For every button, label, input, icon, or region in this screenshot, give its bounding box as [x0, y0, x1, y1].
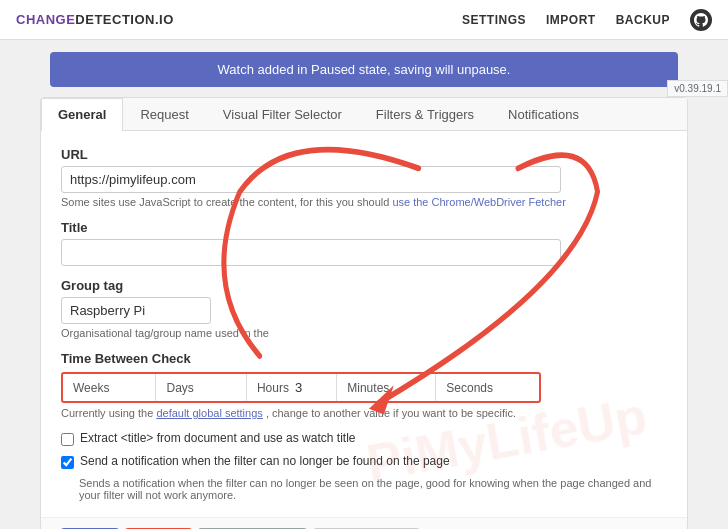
checkbox1-row: Extract <title> from document and use as… [61, 431, 667, 446]
checkbox2-label: Send a notification when the filter can … [80, 454, 450, 468]
main-container: General Request Visual Filter Selector F… [40, 97, 688, 529]
info-banner: Watch added in Paused state, saving will… [50, 52, 678, 87]
version-badge: v0.39.19.1 [667, 80, 728, 97]
tab-filters-triggers[interactable]: Filters & Triggers [359, 98, 491, 130]
group-tag-help-text: Organisational tag/group name used in th… [61, 327, 269, 339]
time-help: Currently using the default global setti… [61, 407, 667, 419]
weeks-input[interactable] [115, 380, 145, 395]
weeks-cell: Weeks [63, 374, 156, 401]
minutes-input[interactable] [395, 380, 425, 395]
days-label: Days [166, 381, 193, 395]
github-icon[interactable] [690, 9, 712, 31]
hours-input[interactable] [295, 380, 325, 395]
weeks-label: Weeks [73, 381, 109, 395]
title-label: Title [61, 220, 667, 235]
form-content: URL Some sites use JavaScript to create … [41, 131, 687, 517]
group-tag-group: Group tag Organisational tag/group name … [61, 278, 667, 339]
title-group: Title [61, 220, 667, 266]
checkbox2[interactable] [61, 456, 74, 469]
checkbox2-row: Send a notification when the filter can … [61, 454, 667, 469]
time-check-row: Weeks Days Hours Minutes Seconds [61, 372, 541, 403]
url-label: URL [61, 147, 667, 162]
days-input[interactable] [200, 380, 230, 395]
url-input[interactable] [61, 166, 561, 193]
time-check-label: Time Between Check [61, 351, 667, 366]
action-buttons: Save Delete Clear History Create Copy [41, 517, 687, 529]
global-settings-link[interactable]: default global settings [156, 407, 262, 419]
time-help-post: , change to another value if you want to… [266, 407, 516, 419]
settings-link[interactable]: SETTINGS [462, 13, 526, 27]
hours-cell: Hours [247, 374, 337, 401]
logo-change: CHANGE [16, 12, 75, 27]
group-tag-label: Group tag [61, 278, 667, 293]
import-link[interactable]: IMPORT [546, 13, 596, 27]
url-help-text: Some sites use JavaScript to create the … [61, 196, 389, 208]
time-check-group: Time Between Check Weeks Days Hours Minu… [61, 351, 667, 419]
minutes-cell: Minutes [337, 374, 436, 401]
title-input[interactable] [61, 239, 561, 266]
logo: CHANGEDETECTION.IO [16, 12, 174, 27]
time-help-pre: Currently using the [61, 407, 153, 419]
tab-notifications[interactable]: Notifications [491, 98, 596, 130]
tab-request[interactable]: Request [123, 98, 205, 130]
header: CHANGEDETECTION.IO SETTINGS IMPORT BACKU… [0, 0, 728, 40]
seconds-input[interactable] [499, 380, 529, 395]
hours-label: Hours [257, 381, 289, 395]
tab-general[interactable]: General [41, 98, 123, 131]
checkbox2-sublabel: Sends a notification when the filter can… [79, 477, 667, 501]
minutes-label: Minutes [347, 381, 389, 395]
backup-link[interactable]: BACKUP [616, 13, 670, 27]
url-group: URL Some sites use JavaScript to create … [61, 147, 667, 208]
seconds-label: Seconds [446, 381, 493, 395]
group-tag-help: Organisational tag/group name used in th… [61, 327, 667, 339]
days-cell: Days [156, 374, 246, 401]
url-help: Some sites use JavaScript to create the … [61, 196, 667, 208]
group-tag-input[interactable] [61, 297, 211, 324]
seconds-cell: Seconds [436, 374, 539, 401]
header-nav: SETTINGS IMPORT BACKUP [462, 9, 712, 31]
webdriver-link[interactable]: use the Chrome/WebDriver Fetcher [392, 196, 565, 208]
checkbox2-group: Send a notification when the filter can … [61, 454, 667, 501]
logo-detection: DETECTION.IO [75, 12, 173, 27]
checkbox1-label: Extract <title> from document and use as… [80, 431, 355, 445]
tabs-bar: General Request Visual Filter Selector F… [41, 98, 687, 131]
tab-visual-filter[interactable]: Visual Filter Selector [206, 98, 359, 130]
checkbox1[interactable] [61, 433, 74, 446]
